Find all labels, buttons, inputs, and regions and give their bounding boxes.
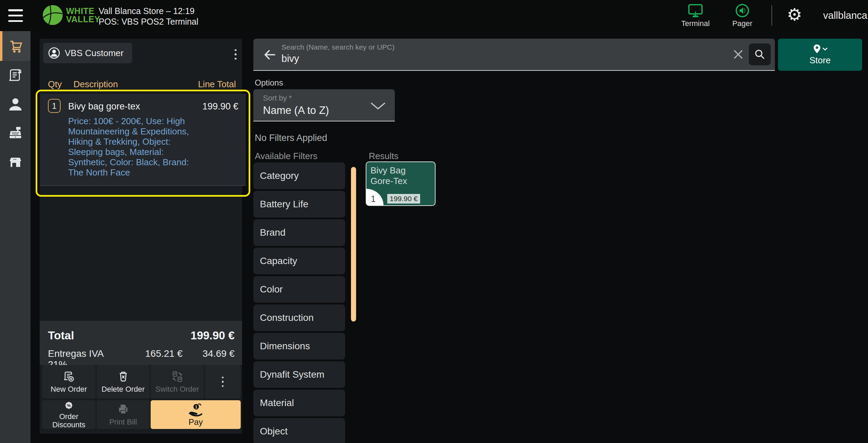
hamburger-menu-icon[interactable] — [8, 9, 23, 22]
filter-item-object[interactable]: Object — [253, 418, 345, 443]
pay-hand-coin-icon: 1 — [187, 403, 205, 417]
filter-item-color[interactable]: Color — [253, 276, 345, 303]
terminal-button[interactable]: Terminal — [676, 3, 715, 28]
total-label: Total — [48, 329, 191, 342]
filter-item-battery-life[interactable]: Battery Life — [253, 191, 345, 218]
order-total-summary: Total 199.90 € Entregas IVA 21% 165.21 €… — [40, 321, 242, 365]
svg-text:1: 1 — [195, 405, 197, 409]
new-order-icon — [62, 370, 75, 383]
sidebar-item-register[interactable] — [0, 31, 30, 61]
orderline[interactable]: 1 Bivy bag gore-tex 199.90 € Price: 100€… — [40, 94, 246, 186]
order-discounts-button[interactable]: % Order Discounts — [42, 400, 96, 429]
pay-button[interactable]: 1 Pay — [151, 400, 241, 429]
pager-button[interactable]: Pager — [722, 3, 762, 28]
order-panel: VBS Customer Qty Description Line Total … — [40, 39, 242, 434]
product-qty-badge: 1 — [366, 189, 383, 205]
orderline-attributes: Price: 100€ - 200€, Use: High Mountainee… — [68, 116, 195, 178]
store-button-label: Store — [809, 55, 831, 66]
sidebar-item-shop[interactable] — [0, 147, 30, 177]
cart-icon — [9, 38, 24, 54]
sidebar-item-customers[interactable] — [0, 89, 30, 119]
delete-order-button[interactable]: Delete Order — [97, 365, 150, 399]
options-section-label: Options — [255, 78, 283, 88]
orderline-price: 199.90 € — [202, 99, 238, 112]
order-action-buttons: New Order Delete Order — [42, 365, 241, 429]
total-value: 199.90 € — [191, 329, 235, 342]
product-price-tag: 199.90 € — [387, 194, 420, 204]
terminal-label: Terminal — [681, 19, 709, 28]
highlight-rectangle: 1 Bivy bag gore-tex 199.90 € Price: 100€… — [36, 90, 250, 197]
switch-order-icon — [171, 370, 184, 383]
search-placeholder-label: Search (Name, search key or UPC) — [281, 43, 394, 51]
clear-search-icon[interactable] — [732, 48, 744, 61]
filter-list: Category Battery Life Brand Capacity Col… — [253, 162, 345, 443]
more-actions-button[interactable] — [205, 365, 241, 399]
sort-by-label: Sort by * — [263, 94, 395, 103]
filter-item-construction[interactable]: Construction — [253, 304, 345, 331]
receipt-icon — [8, 67, 23, 83]
magnifier-icon — [754, 49, 766, 60]
customer-circle-icon — [48, 47, 60, 59]
pager-label: Pager — [732, 19, 753, 28]
printer-icon — [117, 403, 130, 416]
logo-globe-icon — [42, 4, 64, 26]
customer-icon — [8, 96, 23, 112]
delete-order-icon — [117, 370, 130, 383]
chevron-down-icon — [822, 47, 828, 51]
gear-icon[interactable]: ⚙ — [787, 4, 802, 25]
col-qty: Qty — [48, 79, 62, 90]
store-title: Vall Blanca Store – 12:19 — [99, 6, 198, 16]
pos-app: WHITE VALLEY Vall Blanca Store – 12:19 P… — [0, 0, 868, 443]
results-label: Results — [369, 151, 399, 161]
filter-scrollbar[interactable] — [351, 167, 356, 322]
sort-by-dropdown[interactable]: Sort by * Name (A to Z) — [253, 89, 395, 121]
filter-item-material[interactable]: Material — [253, 390, 345, 416]
back-arrow-icon[interactable] — [262, 47, 277, 62]
terminal-monitor-icon — [687, 3, 704, 18]
pos-session-title: Vall Blanca Store – 12:19 POS: VBS POS2 … — [99, 6, 198, 27]
pager-speaker-icon — [734, 3, 751, 18]
search-input[interactable] — [281, 53, 709, 64]
store-selector-button[interactable]: Store — [778, 39, 862, 71]
switch-order-button[interactable]: Switch Order — [151, 365, 204, 399]
orderline-headers: Qty Description Line Total — [48, 79, 236, 90]
filter-item-brand[interactable]: Brand — [253, 219, 345, 246]
logo-text: WHITE VALLEY — [66, 7, 100, 23]
available-filters-label: Available Filters — [255, 151, 317, 161]
sidebar — [0, 31, 30, 443]
pos-subtitle: POS: VBS POS2 Terminal — [99, 16, 198, 27]
cash-register-icon — [8, 125, 23, 141]
white-valley-logo: WHITE VALLEY — [42, 4, 100, 26]
filter-item-capacity[interactable]: Capacity — [253, 248, 345, 274]
col-line-total: Line Total — [198, 79, 236, 90]
filters-applied-status: No Filters Applied — [255, 133, 327, 143]
product-card-name: Bivy Bag Gore-Tex — [366, 162, 435, 186]
location-pin-icon — [813, 44, 821, 54]
col-description: Description — [73, 79, 198, 90]
product-search-bar: Search (Name, search key or UPC) — [253, 39, 775, 71]
sidebar-item-orders[interactable] — [0, 60, 30, 90]
orderline-qty-badge: 1 — [48, 99, 61, 113]
top-bar: WHITE VALLEY Vall Blanca Store – 12:19 P… — [0, 0, 868, 31]
customer-button[interactable]: VBS Customer — [43, 43, 132, 63]
order-more-menu-icon[interactable] — [229, 46, 242, 63]
filter-item-category[interactable]: Category — [253, 162, 345, 189]
filter-item-dimensions[interactable]: Dimensions — [253, 333, 345, 360]
sidebar-item-cash-register[interactable] — [0, 118, 30, 148]
customer-name: VBS Customer — [65, 48, 124, 58]
new-order-button[interactable]: New Order — [42, 365, 96, 399]
filter-item-dynafit-system[interactable]: Dynafit System — [253, 361, 345, 388]
dropdown-chevron-icon — [370, 102, 386, 110]
product-card[interactable]: Bivy Bag Gore-Tex 1 199.90 € — [366, 161, 436, 206]
store-icon — [8, 154, 23, 170]
search-submit-button[interactable] — [749, 43, 771, 65]
topbar-divider — [771, 5, 772, 26]
user-menu[interactable]: vallblanca — [823, 10, 867, 21]
print-bill-button[interactable]: Print Bill — [97, 400, 150, 429]
svg-text:%: % — [67, 403, 71, 408]
orderline-product-name: Bivy bag gore-tex — [68, 99, 202, 112]
discount-icon: % — [63, 400, 75, 411]
